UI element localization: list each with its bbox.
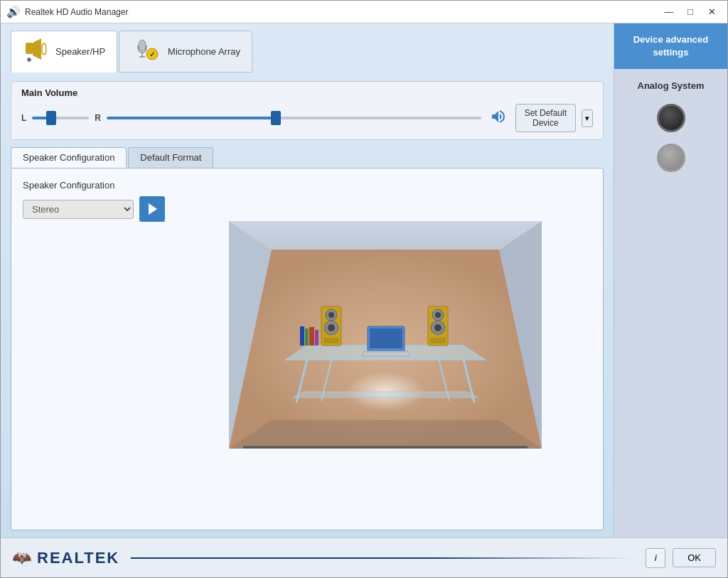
svg-point-27 bbox=[328, 324, 335, 331]
volume-icon-button[interactable] bbox=[487, 107, 510, 129]
speaker-config-select[interactable]: Stereo Quadraphonic 5.1 Surround 7.1 Sur… bbox=[23, 200, 134, 219]
svg-rect-37 bbox=[309, 327, 314, 346]
window-title: Realtek HD Audio Manager bbox=[25, 7, 659, 17]
tab-speaker-hp[interactable]: Speaker/HP bbox=[11, 31, 117, 73]
svg-rect-38 bbox=[315, 330, 318, 346]
room-svg bbox=[229, 221, 542, 477]
svg-rect-42 bbox=[365, 351, 407, 353]
svg-point-33 bbox=[434, 324, 441, 331]
svg-rect-28 bbox=[323, 338, 339, 343]
svg-point-25 bbox=[328, 312, 334, 318]
inner-tabs: Speaker Configuration Default Format bbox=[11, 147, 604, 168]
speaker-config-panel: Speaker Configuration Stereo Quadraphoni… bbox=[11, 168, 604, 530]
right-sidebar: Device advanced settings Analog System bbox=[614, 23, 727, 537]
volume-label: Main Volume bbox=[21, 87, 593, 98]
realtek-logo-text: REALTEK bbox=[37, 549, 119, 567]
connector-dots bbox=[614, 98, 727, 178]
main-area: Speaker/HP ✓ bbox=[1, 23, 727, 537]
window-controls: — □ ✕ bbox=[659, 4, 722, 20]
svg-rect-34 bbox=[430, 338, 446, 343]
realtek-logo: 🦇 REALTEK bbox=[12, 549, 119, 567]
left-channel-label: L bbox=[21, 113, 26, 123]
connector-dot-2[interactable] bbox=[657, 144, 685, 172]
speaker-select-row: Stereo Quadraphonic 5.1 Surround 7.1 Sur… bbox=[23, 196, 165, 222]
title-bar: 🔊 Realtek HD Audio Manager — □ ✕ bbox=[1, 1, 727, 23]
main-window: 🔊 Realtek HD Audio Manager — □ ✕ bbox=[0, 0, 728, 578]
tab-speaker-configuration[interactable]: Speaker Configuration bbox=[11, 147, 127, 168]
svg-rect-36 bbox=[305, 328, 309, 346]
mic-tab-icon: ✓ bbox=[131, 36, 162, 68]
volume-right-slider[interactable] bbox=[107, 117, 481, 119]
realtek-logo-icon: 🦇 bbox=[12, 549, 31, 567]
test-play-button[interactable] bbox=[139, 196, 165, 222]
set-default-button[interactable]: Set Default Device bbox=[515, 104, 576, 132]
room-visualization bbox=[179, 180, 592, 518]
svg-marker-14 bbox=[229, 420, 542, 449]
svg-point-5 bbox=[139, 40, 146, 51]
speaker-tab-icon bbox=[23, 36, 50, 68]
svg-rect-0 bbox=[26, 43, 33, 54]
speaker-controls: Speaker Configuration Stereo Quadraphoni… bbox=[23, 180, 165, 518]
app-icon: 🔊 bbox=[6, 5, 21, 18]
tab-microphone-array[interactable]: ✓ Microphone Array bbox=[119, 31, 252, 73]
tab-default-format[interactable]: Default Format bbox=[128, 147, 213, 168]
close-button[interactable]: ✕ bbox=[702, 4, 722, 20]
device-tabs: Speaker/HP ✓ bbox=[11, 31, 604, 73]
speaker-config-section-label: Speaker Configuration bbox=[23, 180, 165, 191]
mic-tab-label: Microphone Array bbox=[168, 46, 240, 57]
minimize-button[interactable]: — bbox=[659, 4, 679, 20]
volume-section: Main Volume L R Set Default Device ▾ bbox=[11, 81, 604, 140]
ok-button[interactable]: OK bbox=[673, 548, 716, 567]
volume-controls-row: L R Set Default Device ▾ bbox=[21, 104, 593, 132]
svg-rect-40 bbox=[370, 328, 402, 348]
bottom-bar: 🦇 REALTEK i OK bbox=[1, 537, 727, 577]
maximize-button[interactable]: □ bbox=[680, 4, 700, 20]
device-advanced-settings-button[interactable]: Device advanced settings bbox=[614, 23, 727, 69]
svg-text:✓: ✓ bbox=[149, 50, 155, 58]
bottom-divider-line bbox=[131, 557, 634, 559]
connector-dot-1[interactable] bbox=[657, 104, 685, 132]
svg-point-4 bbox=[28, 59, 31, 61]
speaker-tab-label: Speaker/HP bbox=[55, 46, 105, 57]
right-channel-label: R bbox=[95, 113, 101, 123]
svg-point-31 bbox=[435, 312, 441, 318]
svg-point-2 bbox=[42, 43, 46, 55]
svg-rect-35 bbox=[300, 326, 304, 346]
volume-left-slider[interactable] bbox=[32, 117, 89, 119]
info-button[interactable]: i bbox=[646, 548, 665, 568]
svg-marker-22 bbox=[293, 392, 478, 397]
svg-marker-1 bbox=[33, 38, 41, 60]
svg-marker-10 bbox=[229, 221, 542, 250]
analog-system-label: Analog System bbox=[614, 69, 727, 98]
play-icon bbox=[149, 203, 157, 215]
set-default-dropdown-button[interactable]: ▾ bbox=[582, 109, 593, 127]
center-panel: Speaker/HP ✓ bbox=[1, 23, 614, 537]
